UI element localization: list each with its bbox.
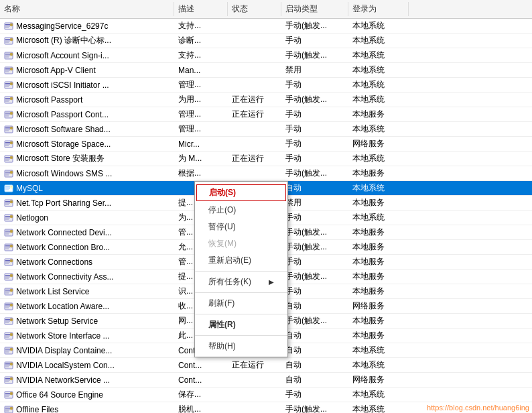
service-icon xyxy=(4,331,13,341)
table-row[interactable]: Microsoft Software Shad...管理...手动本地系统 xyxy=(0,122,532,137)
svg-rect-43 xyxy=(5,145,9,145)
svg-rect-38 xyxy=(5,130,9,131)
context-menu-item-label: 属性(R) xyxy=(208,319,236,331)
col-desc: 描述 xyxy=(174,2,228,16)
table-row[interactable]: Microsoft (R) 诊断中心标...诊断...手动本地系统 xyxy=(0,34,532,48)
service-name-cell: NVIDIA Display Containe... xyxy=(0,343,174,357)
service-status-cell xyxy=(228,388,281,402)
service-icon xyxy=(4,257,13,267)
table-row[interactable]: Microsoft Storage Space...Micr...手动网络服务 xyxy=(0,137,532,152)
table-row[interactable]: NVIDIA NetworkService ...Cont...自动网络服务 xyxy=(0,373,532,388)
service-login-cell: 本地系统 xyxy=(348,63,409,77)
service-startup-cell: 手动(触发... xyxy=(281,240,348,254)
table-row[interactable]: Office 64 Source Engine保存...手动本地系统 xyxy=(0,388,532,402)
service-startup-cell: 手动(触发... xyxy=(281,166,348,180)
service-name-cell: NVIDIA NetworkService ... xyxy=(0,373,174,387)
svg-rect-97 xyxy=(5,306,10,306)
service-name-cell: Network Connected Devi... xyxy=(0,225,174,239)
col-status: 状态 xyxy=(228,2,281,16)
svg-rect-87 xyxy=(5,276,10,277)
service-name-text: Microsoft Passport Cont... xyxy=(16,110,109,119)
context-menu-item-properties[interactable]: 属性(R) xyxy=(195,316,287,333)
context-menu-item-help[interactable]: 帮助(H) xyxy=(195,338,287,355)
service-name-text: Network Location Aware... xyxy=(16,302,109,311)
context-menu-item-all-tasks[interactable]: 所有任务(K)▶ xyxy=(195,274,287,290)
service-name-cell: MySQL xyxy=(0,181,174,195)
service-icon xyxy=(4,36,13,46)
table-row[interactable]: Microsoft Account Sign-i...支持...手动(触发...… xyxy=(0,48,532,63)
service-name-text: Network Store Interface ... xyxy=(16,331,109,341)
service-login-cell: 本地系统 xyxy=(348,343,409,357)
svg-rect-102 xyxy=(5,320,10,321)
svg-rect-48 xyxy=(5,160,9,160)
table-row[interactable]: Microsoft Store 安装服务为 M...正在运行手动本地系统 xyxy=(0,152,532,166)
service-name-text: Office 64 Source Engine xyxy=(16,390,103,400)
context-menu-item-label: 重新启动(E) xyxy=(208,255,251,266)
service-status-cell xyxy=(228,402,281,413)
svg-rect-127 xyxy=(5,394,10,395)
service-startup-cell: 手动 xyxy=(281,78,348,92)
table-row[interactable]: Microsoft iSCSI Initiator ...管理...手动本地系统 xyxy=(0,78,532,93)
service-name-text: Netlogon xyxy=(16,213,48,223)
service-icon xyxy=(4,184,13,193)
service-name-cell: Network Setup Service xyxy=(0,314,174,328)
svg-rect-17 xyxy=(5,70,10,70)
service-status-cell xyxy=(228,137,281,151)
service-login-cell: 本地服务 xyxy=(348,196,409,210)
context-menu-item-resume[interactable]: 恢复(M) xyxy=(195,235,287,252)
service-desc-cell: Micr... xyxy=(174,137,228,151)
context-menu-item-restart[interactable]: 重新启动(E) xyxy=(195,252,287,269)
service-desc-cell: 保存... xyxy=(174,388,228,402)
service-login-cell: 本地服务 xyxy=(348,314,409,328)
table-row[interactable]: NVIDIA LocalSystem Con...Cont...正在运行自动本地… xyxy=(0,358,532,373)
service-name-text: NVIDIA NetworkService ... xyxy=(16,375,110,385)
context-menu-item-stop[interactable]: 停止(O) xyxy=(195,202,287,219)
table-row[interactable]: Microsoft Passport为用...正在运行手动(触发...本地系统 xyxy=(0,93,532,107)
service-status-cell xyxy=(228,63,281,77)
service-name-cell: Microsoft Software Shad... xyxy=(0,122,174,136)
svg-rect-52 xyxy=(5,173,10,174)
svg-rect-57 xyxy=(5,188,10,188)
svg-rect-108 xyxy=(5,337,9,337)
service-startup-cell: 手动 xyxy=(281,107,348,121)
watermark: https://blog.csdn.net/huang6ing xyxy=(427,404,529,412)
service-status-cell xyxy=(228,122,281,136)
context-menu-item-label: 所有任务(K) xyxy=(208,276,251,288)
service-status-cell: 正在运行 xyxy=(228,358,281,372)
table-row[interactable]: MessagingService_6297c支持...手动(触发...本地系统 xyxy=(0,19,532,34)
table-header: 名称 描述 状态 启动类型 登录为 xyxy=(0,0,532,19)
service-startup-cell: 手动 xyxy=(281,34,348,48)
svg-rect-42 xyxy=(5,143,10,144)
service-name-text: MessagingService_6297c xyxy=(16,21,108,31)
context-menu-item-label: 帮助(H) xyxy=(208,341,236,352)
context-menu-item-start[interactable]: 启动(S) xyxy=(196,184,286,201)
service-icon xyxy=(4,228,13,237)
service-startup-cell: 手动(触发... xyxy=(281,93,348,107)
service-startup-cell: 手动(触发... xyxy=(281,48,348,62)
col-startup: 启动类型 xyxy=(281,2,348,16)
service-desc-cell: Cont... xyxy=(174,373,228,387)
table-row[interactable]: Microsoft Passport Cont...管理...正在运行手动本地服… xyxy=(0,107,532,122)
service-name-cell: Network Location Aware... xyxy=(0,299,174,313)
service-name-cell: Network Store Interface ... xyxy=(0,329,174,343)
service-icon xyxy=(4,361,13,370)
service-icon xyxy=(4,272,13,282)
service-login-cell: 本地系统 xyxy=(348,48,409,62)
service-login-cell: 本地系统 xyxy=(348,358,409,372)
service-icon xyxy=(4,316,13,326)
svg-rect-18 xyxy=(5,71,9,72)
service-name-cell: NVIDIA LocalSystem Con... xyxy=(0,358,174,372)
svg-rect-92 xyxy=(5,291,10,292)
service-name-cell: Offline Files xyxy=(0,402,174,413)
service-name-text: Microsoft (R) 诊断中心标... xyxy=(16,35,111,46)
table-row[interactable]: Microsoft Windows SMS ...根据...手动(触发...本地… xyxy=(0,166,532,181)
context-menu-item-pause[interactable]: 暂停(U) xyxy=(195,219,287,235)
service-status-cell xyxy=(228,34,281,48)
service-startup-cell: 手动(触发... xyxy=(281,314,348,328)
context-menu-item-refresh[interactable]: 刷新(F) xyxy=(195,295,287,312)
table-row[interactable]: Microsoft App-V ClientMan...禁用本地系统 xyxy=(0,63,532,78)
service-login-cell: 本地系统 xyxy=(348,34,409,48)
service-icon xyxy=(4,346,13,355)
service-name-cell: Netlogon xyxy=(0,211,174,225)
service-name-text: Offline Files xyxy=(16,405,58,414)
